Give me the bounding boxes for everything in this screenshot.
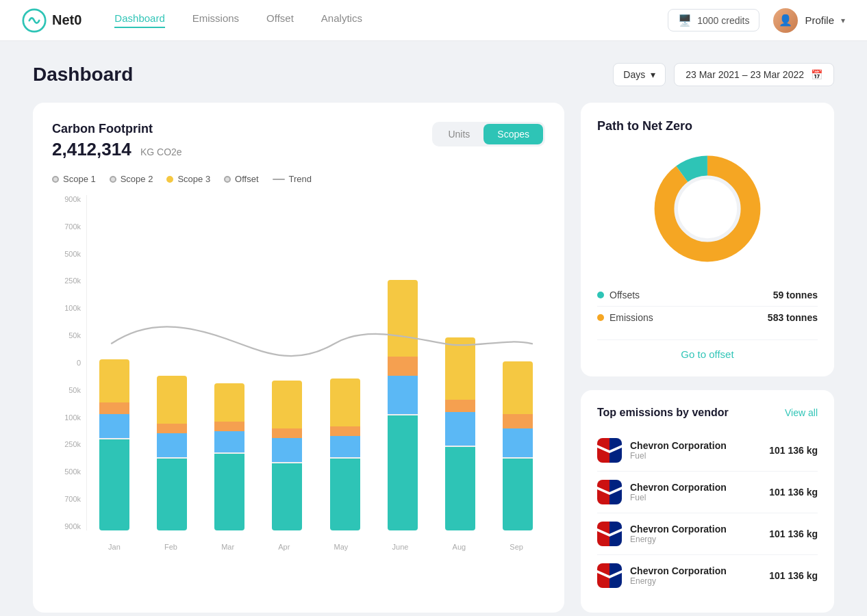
vendor-name: Chevron Corporation	[630, 524, 761, 535]
vendor-info: Chevron CorporationEnergy	[630, 524, 761, 544]
emissions-value: 583 tonnes	[768, 312, 818, 323]
date-range-label: 23 Mar 2021 – 23 Mar 2022	[686, 69, 804, 80]
emissions-dot-icon	[597, 314, 604, 321]
vendor-title: Top emissions by vendor	[597, 407, 729, 419]
orange-seg	[214, 422, 244, 431]
period-chevron-icon	[651, 69, 655, 80]
orange-seg	[157, 424, 187, 433]
yellow-seg	[445, 337, 475, 400]
blue-seg	[503, 428, 533, 457]
donut-container: 59 t 583 t	[597, 147, 818, 270]
vendor-logo-icon	[597, 522, 622, 546]
view-toggle: Units Scopes	[432, 122, 545, 146]
blue-seg	[99, 414, 129, 438]
vendor-header: Top emissions by vendor View all	[597, 407, 818, 419]
vendor-type: Energy	[630, 576, 761, 586]
vendor-name: Chevron Corporation	[630, 565, 761, 576]
pos-stack	[445, 337, 475, 446]
bar-group-1	[144, 195, 199, 530]
nav-right: 🖥️ 1000 credits 👤 Profile	[668, 8, 845, 33]
yellow-seg	[272, 381, 302, 428]
yellow-seg	[99, 359, 129, 402]
vendor-type: Fuel	[630, 451, 761, 461]
yellow-seg	[388, 280, 418, 357]
vendor-amount: 101 136 kg	[769, 487, 818, 498]
vendor-row-2: Chevron CorporationEnergy101 136 kg	[597, 513, 818, 555]
chevron-down-icon	[841, 16, 845, 25]
green-seg	[503, 459, 533, 530]
pos-stack	[503, 361, 533, 457]
offsets-dot-icon	[597, 292, 604, 298]
view-all-link[interactable]: View all	[785, 407, 818, 418]
legend-offset: Offset	[224, 174, 258, 184]
orange-seg	[388, 357, 418, 376]
pos-stack	[388, 280, 418, 414]
chart-info: Carbon Footprint 2,412,314 KG CO2e	[52, 122, 182, 160]
vendor-logo-icon	[597, 438, 622, 463]
pos-stack	[272, 381, 302, 462]
green-seg	[157, 459, 187, 530]
yellow-seg	[214, 383, 244, 422]
page-content: Dashboard Days 23 Mar 2021 – 23 Mar 2022…	[0, 41, 867, 616]
offsets-value: 59 tonnes	[773, 290, 818, 300]
logo[interactable]: Net0	[22, 8, 81, 33]
logo-icon	[22, 8, 47, 33]
vendor-info: Chevron CorporationEnergy	[630, 565, 761, 586]
vendor-amount: 101 136 kg	[769, 445, 818, 456]
scopes-toggle-button[interactable]: Scopes	[483, 124, 543, 144]
vendor-type: Fuel	[630, 493, 761, 502]
pos-stack	[330, 378, 360, 458]
vendor-card: Top emissions by vendor View all Chevron…	[581, 390, 834, 613]
go-to-offset-button[interactable]: Go to offset	[597, 339, 818, 360]
bar-chart	[86, 195, 545, 530]
orange-seg	[503, 414, 533, 428]
orange-seg	[272, 428, 302, 438]
path-title: Path to Net Zero	[597, 119, 818, 133]
blue-seg	[272, 438, 302, 462]
nav-links: Dashboard Emissions Offset Analytics	[114, 12, 668, 28]
chart-area: 900k 700k 500k 250k 100k 50k 0 50k 100k …	[52, 195, 545, 551]
vendor-type: Energy	[630, 535, 761, 544]
vendor-amount: 101 136 kg	[769, 570, 818, 581]
vendor-logo-icon	[597, 480, 622, 504]
pos-stack	[99, 359, 129, 439]
period-selector[interactable]: Days	[613, 63, 666, 86]
vendor-row-0: Chevron CorporationFuel101 136 kg	[597, 430, 818, 472]
orange-seg	[330, 426, 360, 436]
right-panel: Path to Net Zero 59 t 583 t	[581, 103, 834, 613]
calendar-icon: 📅	[811, 69, 822, 80]
vendor-name: Chevron Corporation	[630, 440, 761, 451]
emissions-legend-row: Emissions 583 tonnes	[597, 307, 818, 329]
offsets-legend-row: Offsets 59 tonnes	[597, 284, 818, 307]
nav-analytics[interactable]: Analytics	[321, 12, 362, 28]
trend-line-icon	[273, 179, 285, 180]
vendor-info: Chevron CorporationFuel	[630, 482, 761, 502]
main-grid: Carbon Footprint 2,412,314 KG CO2e Units…	[33, 103, 834, 613]
offsets-label: Offsets	[610, 290, 640, 300]
profile-button[interactable]: 👤 Profile	[773, 8, 845, 33]
chart-value: 2,412,314 KG CO2e	[52, 139, 182, 160]
nav-dashboard[interactable]: Dashboard	[114, 12, 164, 28]
green-seg	[388, 415, 418, 530]
legend-scope2: Scope 2	[110, 174, 153, 184]
nav-offset[interactable]: Offset	[266, 12, 294, 28]
orange-seg	[445, 400, 475, 412]
date-range-picker[interactable]: 23 Mar 2021 – 23 Mar 2022 📅	[674, 63, 834, 86]
bar-group-4	[318, 195, 373, 530]
green-seg	[330, 459, 360, 530]
blue-seg	[157, 433, 187, 457]
yellow-seg	[330, 378, 360, 426]
blue-seg	[445, 412, 475, 446]
path-card: Path to Net Zero 59 t 583 t	[581, 103, 834, 376]
bar-group-2	[202, 195, 257, 530]
vendor-logo-icon	[597, 563, 622, 588]
nav-emissions[interactable]: Emissions	[192, 12, 239, 28]
blue-seg	[388, 376, 418, 414]
vendor-row-3: Chevron CorporationEnergy101 136 kg	[597, 555, 818, 596]
units-toggle-button[interactable]: Units	[434, 124, 483, 144]
yellow-seg	[157, 376, 187, 424]
green-seg	[214, 454, 244, 530]
bar-group-6	[433, 195, 488, 530]
navbar: Net0 Dashboard Emissions Offset Analytic…	[0, 0, 867, 41]
emissions-label: Emissions	[610, 312, 653, 323]
